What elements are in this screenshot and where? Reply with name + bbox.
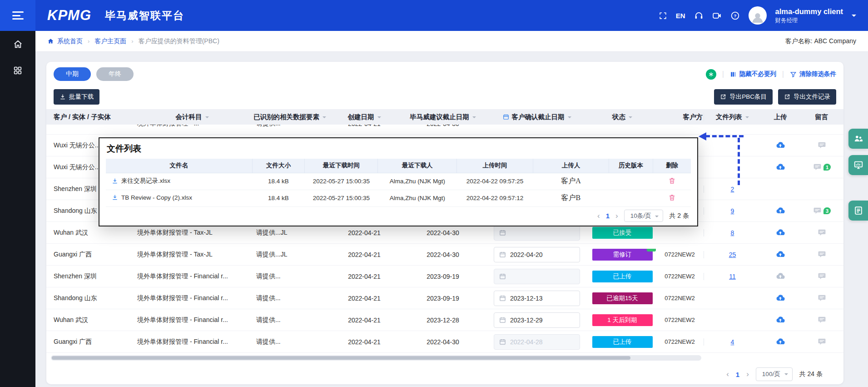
menu-toggle-button[interactable] [0,0,35,31]
confirm-date-input[interactable]: 2023-12-29 [494,312,580,328]
sort-caret-icon [568,116,571,120]
page-size-select[interactable]: 100/页 [756,367,793,381]
next-page-button[interactable]: › [615,211,618,221]
current-page[interactable]: 1 [606,212,610,220]
file-count-link[interactable]: 25 [729,251,736,258]
app-title: 毕马威智联平台 [105,9,184,23]
hide-columns-button[interactable]: 隐藏不必要列 [730,70,776,78]
message-icon[interactable] [817,250,827,259]
page-size-select[interactable]: 10条/页 [624,210,664,222]
file-name-cell[interactable]: 来往交易记录.xlsx [106,173,252,190]
cell-file-list: 2 [704,186,761,193]
file-count-link[interactable]: 8 [731,229,734,236]
message-icon[interactable] [817,141,827,150]
message-icon[interactable] [817,316,827,324]
current-page[interactable]: 1 [736,371,739,378]
apps-grid-icon [13,65,23,75]
cell-data-elements: 请提供... [252,316,328,324]
cell-create-date: 2022-04-21 [328,125,401,127]
tab-annual[interactable]: 年终 [96,67,134,81]
cell-status: 已逾期15天 [589,292,656,304]
export-pbc-button[interactable]: 导出PBC条目 [714,89,773,105]
export-records-button[interactable]: 导出文件记录 [778,89,836,105]
cell-upload [761,125,800,128]
delete-cell[interactable] [653,173,691,190]
form-icon [853,206,863,216]
dashboard-tool-button[interactable] [848,155,868,175]
cell-kpmg-deadline: 2022-04-30 [401,125,485,127]
message-icon[interactable] [817,272,827,281]
col-confirm-deadline[interactable]: 客户确认截止日期 [485,113,589,121]
prev-page-button[interactable]: ‹ [597,211,600,221]
help-icon[interactable]: ? [730,11,740,20]
file-size-cell: 18.4 kB [252,173,305,190]
breadcrumb-client-home[interactable]: 客户主页面 [94,37,126,45]
file-count-link[interactable]: 4 [731,338,734,346]
message-icon[interactable] [813,206,822,215]
confirm-date-input[interactable]: 2022-04-28 [494,334,580,350]
clear-filters-button[interactable]: 清除筛选条件 [790,70,836,78]
video-icon[interactable] [712,11,722,20]
message-icon[interactable] [813,163,822,171]
confirm-date-input[interactable] [494,225,580,241]
message-icon[interactable] [817,228,827,237]
cell-upload [761,206,800,216]
breadcrumb-separator: › [88,38,89,45]
col-create-date[interactable]: 创建日期 [328,113,401,121]
fullscreen-icon[interactable] [659,11,667,20]
cell-message [800,316,843,324]
upload-cloud-icon[interactable] [775,250,786,259]
cell-upload [761,293,800,303]
language-switch[interactable]: EN [676,12,685,20]
upload-cloud-icon[interactable] [775,141,786,150]
confirm-date-input[interactable]: 2023-12-13 [494,291,580,306]
confirm-date-input[interactable]: 2022-04-20 [494,247,580,262]
next-page-button[interactable]: › [746,370,749,379]
tab-interim[interactable]: 中期 [54,67,91,81]
upload-cloud-icon[interactable] [775,293,786,303]
file-count-link[interactable]: 9 [731,207,734,215]
cell-data-elements: 请提供...JL [252,251,328,259]
assistant-icon[interactable] [706,69,716,80]
upload-cloud-icon[interactable] [775,162,786,172]
col-status[interactable]: 状态 [589,113,656,121]
sidebar-item-home[interactable] [0,31,35,57]
delete-cell[interactable] [653,190,691,206]
upload-cloud-icon[interactable] [775,315,786,325]
file-name-cell[interactable]: TB Review - Copy (2).xlsx [106,190,252,206]
file-count-link[interactable]: 11 [729,273,736,280]
breadcrumb-home[interactable]: 系统首页 [47,37,83,45]
cell-data-elements: 请提供... [252,125,328,128]
trash-icon[interactable] [653,194,691,201]
headset-support-icon[interactable] [694,11,704,20]
horizontal-scrollbar[interactable] [51,355,701,361]
last-downloader-cell: Alma,Zhu (NJK Mgt) [378,173,457,190]
file-count-link[interactable]: 2 [731,186,734,193]
sidebar [0,0,35,387]
status-new-tag [647,249,656,251]
trash-icon[interactable] [653,177,691,185]
confirm-date-input[interactable] [494,269,580,284]
prev-page-button[interactable]: ‹ [726,370,729,379]
user-menu[interactable]: alma-dummy client 财务经理 [775,7,843,24]
batch-download-button[interactable]: 批量下载 [54,89,99,105]
upload-cloud-icon[interactable] [775,271,786,281]
team-tool-button[interactable] [848,129,868,149]
upload-cloud-icon[interactable] [775,337,786,347]
cell-data-elements: 请提供... [252,294,328,302]
upload-cloud-icon[interactable] [775,206,786,216]
col-file-list[interactable]: 文件列表 [704,113,761,121]
message-icon[interactable] [817,337,827,346]
sidebar-item-apps[interactable] [0,57,35,84]
upload-cloud-icon[interactable] [775,228,786,237]
col-account-subject[interactable]: 会计科目 [133,113,252,121]
chevron-down-icon[interactable] [852,15,856,19]
col-data-elements[interactable]: 已识别的相关数据要素 [252,113,328,121]
cell-confirm-deadline: 2023-12-29 [485,312,589,328]
cell-create-date: 2022-04-21 [328,295,401,302]
user-avatar[interactable] [749,6,767,25]
scrollbar-thumb[interactable] [52,356,630,360]
message-icon[interactable] [817,294,827,302]
col-kpmg-deadline[interactable]: 毕马威建议截止日期 [401,113,485,121]
form-tool-button[interactable] [848,201,868,221]
